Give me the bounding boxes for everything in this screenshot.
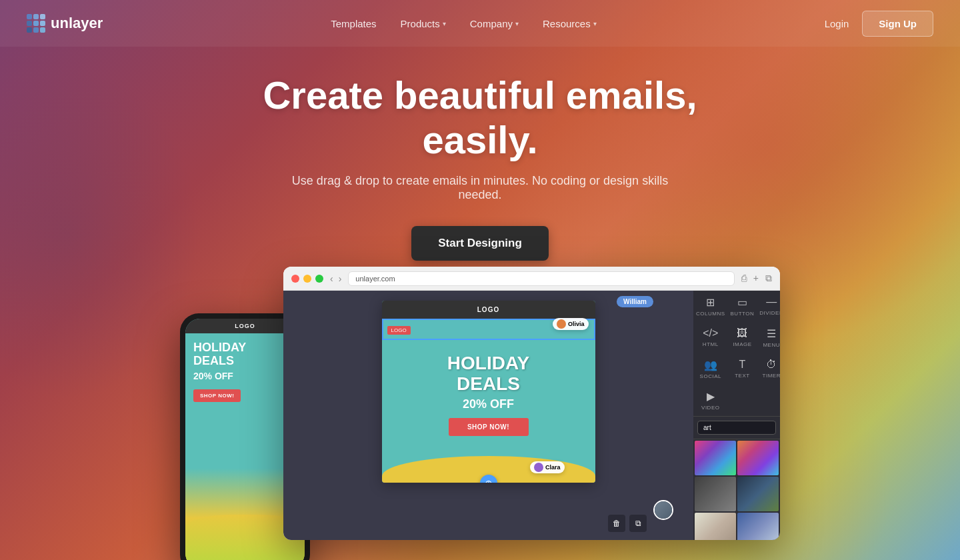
columns-icon: ⊞: [706, 296, 715, 309]
hero-content: Create beautiful emails, easily. Use dra…: [0, 73, 960, 261]
tool-columns[interactable]: ⊞ COLUMNS: [693, 291, 728, 322]
tool-social[interactable]: 👥 SOCIAL: [693, 353, 728, 385]
canvas-toolbar: 🗑 ⧉: [608, 515, 647, 532]
traffic-lights: [291, 275, 323, 283]
user-avatar: [653, 500, 673, 520]
button-icon: ▭: [737, 296, 747, 309]
share-icon[interactable]: ⎙: [741, 273, 747, 284]
panel-image-3[interactable]: [695, 477, 736, 511]
tool-divider[interactable]: — DIVIDER: [757, 291, 780, 322]
browser-actions: ⎙ + ⧉: [741, 273, 772, 284]
browser-body: William Dev Victoria Olivia: [283, 291, 780, 540]
hero-subtitle: Use drag & drop to create emails in minu…: [280, 174, 680, 202]
html-icon: </>: [703, 327, 718, 339]
add-tab-icon[interactable]: +: [753, 273, 759, 284]
tool-button[interactable]: ▭ BUTTON: [728, 291, 757, 322]
email-template: Dev Victoria Olivia LOGO: [382, 301, 595, 483]
device-mockups: LOGO HOLIDAYDEALS 20% OFF SHOP NOW! ‹ › …: [180, 267, 780, 560]
panel-search-input[interactable]: [697, 421, 776, 435]
panel-image-grid: [693, 439, 780, 540]
email-body: HOLIDAYDEALS 20% OFF SHOP NOW!: [382, 340, 595, 449]
logo[interactable]: unlayer: [27, 14, 103, 33]
panel-image-5[interactable]: [695, 513, 736, 540]
tool-video[interactable]: ▶ VIDEO: [693, 385, 728, 416]
editor-right-panel: ⊞ COLUMNS ▭ BUTTON — DIVIDER </> HTML: [693, 291, 780, 540]
browser-nav-arrows: ‹ ›: [330, 273, 341, 284]
panel-image-4[interactable]: [737, 477, 779, 511]
video-icon: ▶: [707, 390, 715, 403]
nav-templates[interactable]: Templates: [331, 18, 376, 29]
text-icon: T: [739, 359, 746, 371]
nav-company[interactable]: Company ▾: [470, 18, 519, 29]
phone-shop-btn: SHOP NOW!: [193, 389, 241, 402]
login-button[interactable]: Login: [825, 18, 849, 29]
navbar: unlayer Templates Products ▾ Company ▾ R…: [0, 0, 960, 47]
email-holiday-text: HOLIDAYDEALS: [395, 353, 582, 395]
email-logo-text: LOGO: [477, 306, 499, 313]
email-canvas[interactable]: William Dev Victoria Olivia: [283, 291, 693, 540]
products-chevron-icon: ▾: [443, 20, 446, 27]
menu-icon: ☰: [767, 327, 776, 340]
delete-button[interactable]: 🗑: [608, 515, 625, 532]
duplicate-button[interactable]: ⧉: [629, 515, 647, 532]
phone-holiday-title: HOLIDAYDEALS: [193, 341, 297, 368]
collaborator-badge-clara: Clara: [530, 461, 565, 473]
tool-menu[interactable]: ☰ MENU: [757, 322, 780, 353]
nav-resources[interactable]: Resources ▾: [543, 18, 597, 29]
signup-button[interactable]: Sign Up: [862, 11, 933, 37]
url-bar[interactable]: unlayer.com: [348, 271, 734, 286]
tool-image[interactable]: 🖼 IMAGE: [728, 322, 757, 353]
tool-timer[interactable]: ⏱ TIMER: [757, 353, 780, 385]
hero-title: Create beautiful emails, easily.: [213, 73, 747, 162]
url-text: unlayer.com: [355, 275, 395, 283]
collaborator-badge-olivia: Olivia: [553, 318, 589, 330]
phone-discount: 20% OFF: [193, 371, 297, 381]
nav-links: Templates Products ▾ Company ▾ Resources…: [331, 18, 596, 29]
start-designing-button[interactable]: Start Designing: [411, 226, 549, 261]
resources-chevron-icon: ▾: [593, 20, 597, 27]
panel-image-6[interactable]: [737, 513, 779, 540]
email-shop-btn: SHOP NOW!: [449, 418, 529, 436]
tabs-icon[interactable]: ⧉: [765, 273, 772, 284]
close-traffic-light[interactable]: [291, 275, 299, 283]
panel-image-2[interactable]: [737, 441, 779, 475]
social-icon: 👥: [704, 359, 717, 371]
panel-image-1[interactable]: [695, 441, 736, 475]
panel-search: [693, 417, 780, 439]
brand-name: unlayer: [51, 15, 103, 32]
browser-titlebar: ‹ › unlayer.com ⎙ + ⧉: [283, 267, 780, 291]
company-chevron-icon: ▾: [515, 20, 519, 27]
email-header: LOGO: [382, 301, 595, 319]
nav-actions: Login Sign Up: [825, 11, 933, 37]
logo-grid-icon: [27, 14, 45, 33]
avatar-chip-william: William: [617, 296, 653, 307]
email-logo-badge: LOGO: [387, 326, 411, 335]
fullscreen-traffic-light[interactable]: [315, 275, 323, 283]
email-off-text: 20% OFF: [395, 397, 582, 411]
browser-window: ‹ › unlayer.com ⎙ + ⧉ William Dev: [283, 267, 780, 540]
back-arrow-icon[interactable]: ‹: [330, 273, 333, 284]
tool-text[interactable]: T TEXT: [728, 353, 757, 385]
image-icon: 🖼: [737, 327, 747, 339]
forward-arrow-icon[interactable]: ›: [339, 273, 342, 284]
minimize-traffic-light[interactable]: [303, 275, 311, 283]
timer-icon: ⏱: [766, 359, 777, 371]
panel-tools-grid: ⊞ COLUMNS ▭ BUTTON — DIVIDER </> HTML: [693, 291, 780, 417]
nav-products[interactable]: Products ▾: [401, 18, 446, 29]
divider-icon: —: [766, 296, 777, 308]
tool-html[interactable]: </> HTML: [693, 322, 728, 353]
